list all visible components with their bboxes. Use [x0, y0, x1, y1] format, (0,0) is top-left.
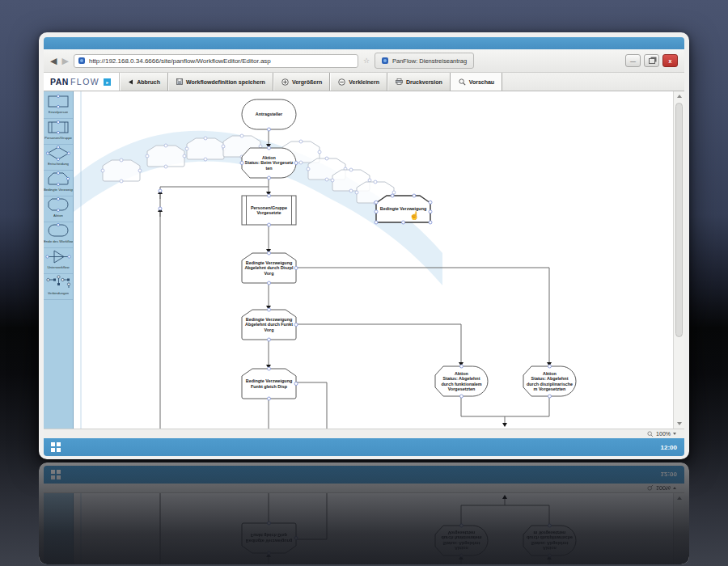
connection-port[interactable]: [294, 323, 298, 327]
url-bar[interactable]: [74, 54, 358, 68]
scroll-up-icon[interactable]: [674, 91, 684, 101]
zoom-in-icon: [281, 78, 289, 86]
bookmark-star-icon[interactable]: ☆: [363, 57, 370, 65]
palette-item-label: Ende des Workflows: [44, 240, 73, 243]
restore-icon: [649, 58, 655, 64]
palette-item-personen-gruppe[interactable]: Personen/Gruppe: [44, 119, 73, 145]
connection-port[interactable]: [429, 210, 432, 213]
print-icon: [396, 78, 403, 85]
palette-item-entscheidung[interactable]: Entscheidung: [44, 145, 73, 171]
flow-node-aktion-abgelehnt-funktional[interactable]: [435, 365, 488, 398]
save-icon: [176, 78, 183, 85]
connection-port[interactable]: [413, 194, 416, 197]
connection-port[interactable]: [268, 281, 271, 285]
scrollbar-thumb[interactable]: [675, 103, 683, 337]
site-icon: [78, 57, 85, 64]
flow-node-bedingte-verzweigung-neu[interactable]: [375, 194, 432, 224]
flow-node-bv-abgelehnt-diszpl[interactable]: [242, 251, 298, 285]
vertical-scrollbar[interactable]: [673, 91, 684, 429]
toolbar-button-vergroessern[interactable]: Vergrößern: [273, 73, 330, 91]
connection-port[interactable]: [159, 207, 162, 210]
connection-port[interactable]: [294, 162, 298, 165]
toolbar-button-speichern[interactable]: Workflowdefinition speichern: [168, 73, 273, 91]
toolbar-button-abbruch[interactable]: Abbruch: [120, 73, 168, 91]
connection-port[interactable]: [240, 162, 243, 165]
connection-port[interactable]: [548, 365, 552, 368]
close-button[interactable]: x: [662, 54, 678, 67]
connection-port[interactable]: [268, 338, 271, 341]
toolbar-button-label: Vorschau: [469, 79, 494, 85]
toolbar-button-label: Workflowdefinition speichern: [186, 79, 265, 85]
stadium-shape-icon: [45, 222, 71, 239]
back-button[interactable]: ◀: [50, 57, 57, 65]
connection-port[interactable]: [375, 221, 378, 224]
toolbar-button-druckversion[interactable]: Druckversion: [387, 73, 451, 91]
connection-port[interactable]: [460, 365, 463, 368]
tab-panflow[interactable]: PanFlow: Dienstreiseantrag: [375, 53, 474, 69]
taskbar-clock: 12:00: [661, 444, 677, 451]
connection-port[interactable]: [268, 176, 271, 180]
url-input[interactable]: [89, 57, 353, 65]
connection-port[interactable]: [268, 223, 271, 226]
status-bar: 100%: [44, 429, 684, 438]
logo-cube-icon: ▸: [104, 78, 111, 86]
connection-port[interactable]: [268, 146, 271, 150]
connection-port[interactable]: [460, 395, 463, 398]
palette-item-verbindungen[interactable]: Verbindungen: [44, 274, 73, 300]
toolbar-fill: [502, 73, 684, 91]
windows-start-button[interactable]: [51, 442, 61, 452]
palette-item-ende-des-workflows[interactable]: Ende des Workflows: [44, 222, 73, 248]
connection-port[interactable]: [429, 201, 432, 204]
palette-item-label: Einzelperson: [49, 111, 69, 114]
connection-port[interactable]: [375, 210, 378, 213]
connection-port[interactable]: [268, 308, 271, 311]
palette-item-label: Entscheidung: [48, 163, 69, 166]
window-titlebar[interactable]: [44, 37, 684, 49]
connection-port[interactable]: [375, 201, 378, 204]
forward-button[interactable]: ▶: [61, 57, 68, 65]
palette-item-label: Personen/Gruppe: [44, 137, 72, 140]
flow-node-aktion-beim-vorgesetzten[interactable]: [240, 146, 298, 180]
palette-item-einzelperson[interactable]: Einzelperson: [44, 93, 73, 119]
toolbar-button-vorschau[interactable]: Vorschau: [451, 73, 502, 91]
connection-port[interactable]: [268, 397, 271, 400]
workflow-canvas[interactable]: AntragstellerAktion Status: Beim Vorgese…: [74, 91, 673, 429]
toolbar-button-label: Druckversion: [406, 79, 442, 85]
connection-port[interactable]: [268, 367, 271, 370]
taskbar: 12:00: [44, 438, 684, 456]
edge-arrowhead: [502, 423, 507, 427]
palette-item-bedingte-verzweigung[interactable]: Bedingte Verzweigung: [44, 171, 73, 196]
connection-port[interactable]: [268, 251, 271, 255]
panflow-logo: PANFLOW ▸: [44, 73, 120, 91]
flow-node-personen-gruppe-vorgesetzte[interactable]: [242, 194, 296, 226]
scroll-down-icon[interactable]: [674, 419, 684, 429]
flow-node-bv-funkt-gleich-disp[interactable]: [242, 367, 298, 400]
zoom-level[interactable]: 100%: [656, 431, 671, 437]
flow-edge: [296, 268, 549, 362]
connection-port[interactable]: [391, 194, 394, 197]
connection-port[interactable]: [294, 382, 298, 386]
restore-button[interactable]: [644, 54, 659, 67]
connection-port[interactable]: [268, 194, 271, 197]
palette-item-unterworkflow[interactable]: Unterworkflow: [44, 248, 73, 274]
flow-node-aktion-abgelehnt-disziplinarisch[interactable]: [523, 365, 576, 398]
preview-icon: [459, 78, 466, 86]
connection-port[interactable]: [548, 395, 552, 398]
flow-node-bv-abgelehnt-funkt[interactable]: [242, 308, 298, 341]
connection-port[interactable]: [268, 128, 271, 131]
group-shape-icon: [45, 119, 71, 136]
connection-port[interactable]: [159, 189, 162, 192]
connection-port[interactable]: [402, 221, 405, 224]
connection-port[interactable]: [429, 221, 432, 224]
minimize-button[interactable]: —: [625, 54, 641, 67]
zoom-dropdown-caret-icon[interactable]: [673, 433, 676, 435]
palette-item-aktion[interactable]: Aktion: [44, 196, 73, 222]
tab-favicon: [382, 57, 388, 64]
flow-edge: [296, 324, 461, 362]
connection-port[interactable]: [294, 267, 298, 270]
toolbar-button-label: Vergrößern: [292, 79, 322, 85]
toolbar-button-verkleinern[interactable]: Verkleinern: [330, 73, 387, 91]
flow-node-antragsteller[interactable]: [242, 99, 296, 131]
main-area: Einzelperson Personen/Gruppe Entscheidun…: [44, 91, 684, 429]
scene: ◀ ▶ ☆ PanFlow: Dienstreiseantrag — x PAN…: [0, 0, 728, 566]
